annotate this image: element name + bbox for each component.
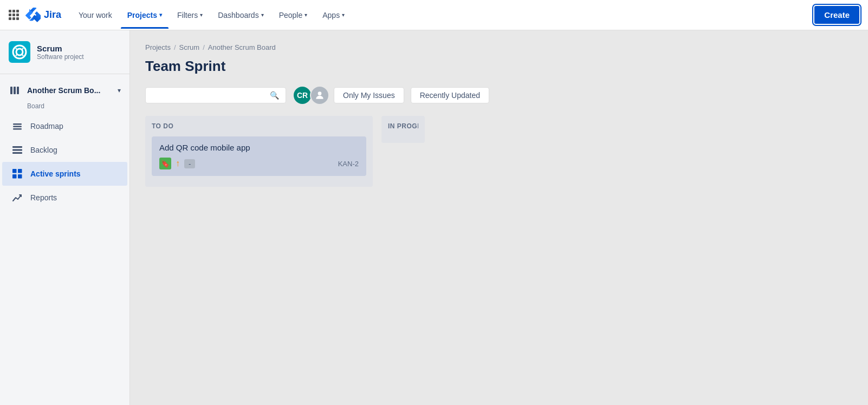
sidebar: Scrum Software project Another Scrum Bo.…: [0, 30, 130, 405]
jira-logo-text: Jira: [44, 9, 61, 21]
chevron-down-icon: ▾: [261, 12, 264, 18]
svg-rect-15: [12, 169, 17, 173]
project-avatar: [9, 41, 30, 63]
svg-rect-16: [18, 169, 22, 173]
board-sub-label: Board: [0, 102, 129, 114]
board-columns: TO DO Add QR code mobile app 🔖 ↑ - KAN-2: [145, 116, 853, 187]
card-meta: 🔖 ↑ - KAN-2: [159, 158, 359, 169]
backlog-icon: [11, 143, 24, 156]
main-layout: Scrum Software project Another Scrum Bo.…: [0, 30, 868, 405]
board-name: Another Scrum Bo...: [27, 86, 112, 95]
card-priority-icon: ↑: [176, 159, 180, 168]
search-box: 🔍: [145, 87, 286, 103]
chevron-down-icon: ▾: [305, 12, 307, 18]
breadcrumb-sep: /: [174, 43, 176, 51]
sidebar-item-roadmap[interactable]: Roadmap: [2, 114, 127, 138]
svg-line-4: [16, 54, 17, 56]
svg-rect-13: [12, 149, 22, 151]
sidebar-item-active-sprints-label: Active sprints: [30, 169, 81, 178]
avatar-group: CR: [293, 86, 327, 105]
svg-rect-17: [12, 174, 17, 179]
avatar-cr[interactable]: CR: [293, 86, 312, 105]
card-id: KAN-2: [338, 160, 359, 168]
board-selector[interactable]: Another Scrum Bo... ▾: [0, 79, 129, 102]
svg-rect-12: [12, 146, 22, 148]
column-todo: TO DO Add QR code mobile app 🔖 ↑ - KAN-2: [145, 116, 373, 187]
jira-logo[interactable]: Jira: [25, 8, 61, 23]
svg-line-5: [22, 54, 23, 56]
create-button[interactable]: Create: [814, 6, 859, 24]
board-controls: 🔍 CR Only My Issues Recently Updated: [145, 86, 853, 105]
svg-rect-8: [17, 87, 19, 94]
svg-line-3: [22, 48, 23, 50]
card-title: Add QR code mobile app: [159, 143, 359, 152]
sidebar-item-reports[interactable]: Reports: [2, 186, 127, 210]
active-sprints-icon: [11, 167, 24, 180]
project-name: Scrum: [37, 44, 84, 53]
avatar-anon[interactable]: [310, 86, 329, 105]
svg-rect-6: [10, 87, 12, 94]
nav-people[interactable]: People ▾: [273, 6, 314, 24]
breadcrumb-sep: /: [203, 43, 205, 51]
svg-point-19: [318, 92, 322, 95]
chevron-down-icon: ▾: [200, 12, 203, 18]
top-navigation: Jira Your work Projects ▾ Filters ▾ Dash…: [0, 0, 868, 30]
project-type: Software project: [37, 53, 84, 61]
page-title: Team Sprint: [145, 58, 853, 75]
chevron-down-icon: ▾: [118, 87, 121, 94]
sidebar-item-backlog-label: Backlog: [30, 146, 57, 154]
recently-updated-button[interactable]: Recently Updated: [411, 87, 489, 103]
project-header: Scrum Software project: [0, 41, 129, 74]
main-content: Projects / Scrum / Another Scrum Board T…: [130, 30, 868, 405]
project-info: Scrum Software project: [37, 44, 84, 61]
nav-filters[interactable]: Filters ▾: [171, 6, 209, 24]
nav-your-work[interactable]: Your work: [72, 6, 119, 24]
card-story-points: -: [184, 159, 195, 168]
sidebar-item-active-sprints[interactable]: Active sprints: [2, 162, 127, 186]
nav-projects[interactable]: Projects ▾: [121, 6, 169, 24]
only-my-issues-button[interactable]: Only My Issues: [334, 87, 404, 103]
svg-rect-9: [13, 123, 22, 125]
svg-rect-18: [18, 174, 22, 179]
breadcrumb-scrum[interactable]: Scrum: [179, 43, 200, 51]
roadmap-icon: [11, 120, 24, 133]
apps-grid-icon[interactable]: [9, 10, 19, 20]
nav-dashboards[interactable]: Dashboards ▾: [211, 6, 270, 24]
board-icon: [9, 84, 22, 97]
svg-rect-11: [13, 128, 22, 130]
svg-point-0: [13, 45, 26, 58]
svg-rect-10: [13, 126, 22, 128]
breadcrumb: Projects / Scrum / Another Scrum Board: [145, 43, 853, 51]
svg-line-2: [16, 48, 17, 50]
sidebar-item-roadmap-label: Roadmap: [30, 122, 63, 130]
search-input[interactable]: [152, 91, 265, 100]
column-in-progress-header: IN PROGRESS: [388, 122, 418, 130]
column-in-progress: IN PROGRESS: [381, 116, 425, 143]
board-card-kan-2[interactable]: Add QR code mobile app 🔖 ↑ - KAN-2: [152, 136, 366, 176]
svg-rect-14: [12, 152, 22, 154]
chevron-down-icon: ▾: [159, 12, 162, 18]
sidebar-item-reports-label: Reports: [30, 193, 57, 202]
svg-rect-7: [14, 87, 16, 94]
nav-apps[interactable]: Apps ▾: [316, 6, 351, 24]
reports-icon: [11, 191, 24, 204]
breadcrumb-projects[interactable]: Projects: [145, 43, 171, 51]
breadcrumb-board: Another Scrum Board: [208, 43, 276, 51]
chevron-down-icon: ▾: [342, 12, 345, 18]
sidebar-item-backlog[interactable]: Backlog: [2, 138, 127, 162]
search-icon: 🔍: [270, 91, 279, 100]
card-type-icon: 🔖: [159, 158, 171, 169]
column-todo-header: TO DO: [152, 122, 366, 130]
